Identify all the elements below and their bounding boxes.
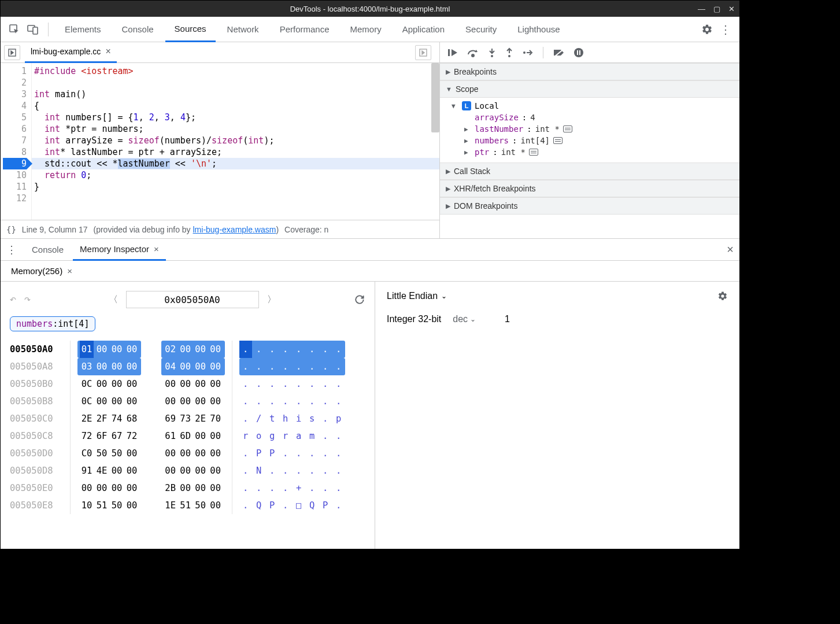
code-line[interactable]: int numbers[] = {1, 2, 3, 4}; xyxy=(32,112,439,123)
svg-rect-12 xyxy=(579,50,580,55)
code-line[interactable]: int* lastNumber = ptr + arraySize; xyxy=(32,146,439,158)
scope-local[interactable]: ▼LLocal xyxy=(440,100,739,112)
scope-variable[interactable]: ▶ptr: int * xyxy=(440,146,739,158)
callstack-section[interactable]: ▶Call Stack xyxy=(440,163,739,180)
code-line[interactable]: int main() xyxy=(32,88,439,100)
file-tab-name: lmi-bug-example.cc xyxy=(31,47,101,56)
status-bar: {} Line 9, Column 17 (provided via debug… xyxy=(1,220,439,238)
run-snippet-icon[interactable] xyxy=(415,45,431,60)
cursor-position: Line 9, Column 17 xyxy=(22,225,88,234)
file-tab[interactable]: lmi-bug-example.cc × xyxy=(25,42,117,63)
svg-point-9 xyxy=(523,51,526,54)
braces-icon[interactable]: {} xyxy=(6,225,16,234)
file-tab-close-icon[interactable]: × xyxy=(105,46,110,57)
tab-console[interactable]: Console xyxy=(113,17,163,42)
hex-table[interactable]: 005050A001000000 02000000........005050A… xyxy=(10,341,365,514)
tab-performance[interactable]: Performance xyxy=(271,17,339,42)
drawer-tabs: ⋮ Console Memory Inspector× × xyxy=(1,239,739,261)
redo-icon[interactable]: ↷ xyxy=(24,296,31,304)
tab-network[interactable]: Network xyxy=(218,17,268,42)
next-page-icon[interactable]: 〉 xyxy=(267,294,276,306)
coverage-label: Coverage: n xyxy=(284,225,328,234)
address-input[interactable] xyxy=(126,291,259,308)
divider xyxy=(48,23,49,36)
drawer-menu-icon[interactable]: ⋮ xyxy=(6,243,17,256)
maximize-button[interactable]: ▢ xyxy=(713,5,720,13)
code-line[interactable]: int *ptr = numbers; xyxy=(32,123,439,135)
hex-row[interactable]: 005050D0C0505000 00000000.PP..... xyxy=(10,445,365,462)
step-into-icon[interactable] xyxy=(487,47,497,58)
code-line[interactable]: std::cout << *lastNumber << '\n'; xyxy=(32,158,439,169)
tab-memory[interactable]: Memory xyxy=(341,17,391,42)
code-editor[interactable]: 123456789101112 #include <iostream> int … xyxy=(1,63,439,220)
code-line[interactable]: } xyxy=(32,181,439,193)
svg-point-7 xyxy=(491,55,493,57)
hex-row[interactable]: 005050A803000000 04000000........ xyxy=(10,358,365,375)
navigator-toggle-icon[interactable] xyxy=(4,45,20,60)
more-icon[interactable]: ⋮ xyxy=(717,21,734,38)
hex-row[interactable]: 005050B80C000000 00000000........ xyxy=(10,393,365,410)
deactivate-breakpoints-icon[interactable] xyxy=(553,48,565,57)
hex-row[interactable]: 005050B00C000000 00000000........ xyxy=(10,375,365,393)
hex-row[interactable]: 005050A001000000 02000000........ xyxy=(10,341,365,358)
minimize-button[interactable]: — xyxy=(698,5,705,13)
close-icon[interactable]: × xyxy=(154,244,159,254)
memory-icon[interactable] xyxy=(529,149,538,156)
svg-rect-2 xyxy=(33,27,38,34)
variable-chip[interactable]: numbers: int[4] xyxy=(10,316,95,331)
settings-icon[interactable] xyxy=(699,21,715,38)
code-line[interactable]: return 0; xyxy=(32,169,439,181)
settings-icon[interactable] xyxy=(717,291,728,301)
prev-page-icon[interactable]: 〈 xyxy=(109,294,118,306)
hex-row[interactable]: 005050E000000000 2B000000....+... xyxy=(10,479,365,497)
tab-lighthouse[interactable]: Lighthouse xyxy=(508,17,569,42)
tab-security[interactable]: Security xyxy=(456,17,506,42)
window-title: DevTools - localhost:4000/lmi-bug-exampl… xyxy=(290,5,450,13)
step-over-icon[interactable] xyxy=(467,47,479,58)
scope-variable[interactable]: ▶numbers: int[4] xyxy=(440,135,739,146)
code-line[interactable] xyxy=(32,193,439,204)
hex-row[interactable]: 005050D8914E0000 00000000.N...... xyxy=(10,462,365,479)
inspect-icon[interactable] xyxy=(6,21,23,38)
hex-row[interactable]: 005050C02E2F7468 69732E70./this.p xyxy=(10,410,365,427)
refresh-icon[interactable] xyxy=(354,294,365,305)
scrollbar-thumb[interactable] xyxy=(431,63,439,132)
xhr-section[interactable]: ▶XHR/fetch Breakpoints xyxy=(440,180,739,197)
tab-elements[interactable]: Elements xyxy=(55,17,110,42)
endian-select[interactable]: Little Endian⌄ xyxy=(387,291,447,301)
tab-sources[interactable]: Sources xyxy=(165,17,216,42)
scope-variable[interactable]: ▶lastNumber: int * xyxy=(440,123,739,135)
tab-application[interactable]: Application xyxy=(393,17,454,42)
code-line[interactable]: #include <iostream> xyxy=(32,65,439,77)
drawer-tab-console[interactable]: Console xyxy=(25,239,71,261)
scope-variable[interactable]: arraySize: 4 xyxy=(440,112,739,123)
device-toggle-icon[interactable] xyxy=(25,21,41,38)
svg-point-8 xyxy=(508,55,510,57)
pause-exceptions-icon[interactable] xyxy=(573,47,584,58)
resume-icon[interactable] xyxy=(447,47,458,58)
memory-icon[interactable] xyxy=(553,137,563,144)
code-line[interactable] xyxy=(32,77,439,88)
wasm-link[interactable]: lmi-bug-example.wasm xyxy=(193,225,276,234)
svg-rect-11 xyxy=(577,50,578,55)
hex-row[interactable]: 005050C8726F6772 616D0000rogram.. xyxy=(10,427,365,445)
memory-tab[interactable]: Memory(256) × xyxy=(6,261,77,282)
code-line[interactable]: int arraySize = sizeof(numbers)/sizeof(i… xyxy=(32,135,439,146)
close-button[interactable]: ✕ xyxy=(728,5,735,13)
scope-section[interactable]: ▼Scope xyxy=(440,80,739,98)
step-icon[interactable] xyxy=(522,49,534,57)
code-line[interactable]: { xyxy=(32,100,439,112)
drawer-tab-memory-inspector[interactable]: Memory Inspector× xyxy=(73,239,166,261)
hex-row[interactable]: 005050E810515000 1E515000.QP.□QP. xyxy=(10,497,365,514)
memory-icon[interactable] xyxy=(563,125,572,132)
breakpoints-section[interactable]: ▶Breakpoints xyxy=(440,63,739,80)
svg-rect-5 xyxy=(448,49,450,56)
svg-point-10 xyxy=(574,48,583,57)
drawer-close-icon[interactable]: × xyxy=(727,243,734,256)
format-select[interactable]: dec⌄ xyxy=(453,314,476,324)
undo-icon[interactable]: ↶ xyxy=(10,296,16,304)
dom-section[interactable]: ▶DOM Breakpoints xyxy=(440,197,739,215)
close-icon[interactable]: × xyxy=(67,266,72,276)
step-out-icon[interactable] xyxy=(505,47,514,58)
titlebar: DevTools - localhost:4000/lmi-bug-exampl… xyxy=(1,1,739,17)
